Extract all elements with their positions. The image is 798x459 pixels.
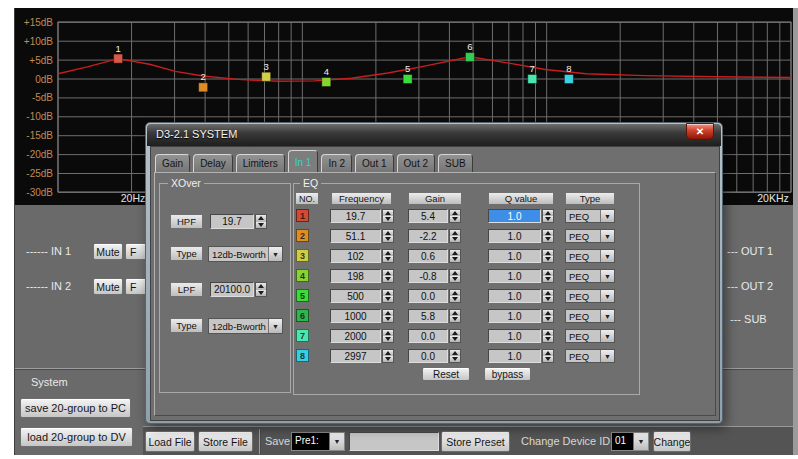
tab-out1[interactable]: Out 1 bbox=[355, 154, 393, 173]
eq-gain-field[interactable]: -0.8 bbox=[408, 269, 448, 283]
tab-sub[interactable]: SUB bbox=[438, 154, 473, 173]
eq-band-number-badge[interactable]: 1 bbox=[296, 209, 309, 222]
eq-gain-spinner[interactable] bbox=[449, 229, 461, 243]
spinner-down-icon[interactable] bbox=[450, 216, 460, 222]
eq-gain-spinner[interactable] bbox=[449, 329, 461, 343]
eq-gain-field[interactable]: 0.0 bbox=[408, 349, 448, 363]
preset-select[interactable]: Pre1: ▼ bbox=[291, 432, 345, 451]
spinner-down-icon[interactable] bbox=[450, 356, 460, 362]
eq-q-spinner[interactable] bbox=[542, 309, 554, 323]
eq-frequency-spinner[interactable] bbox=[382, 249, 394, 263]
eq-frequency-spinner[interactable] bbox=[382, 209, 394, 223]
eq-band-number-badge[interactable]: 6 bbox=[296, 309, 309, 322]
dropdown-arrow-icon[interactable]: ▼ bbox=[329, 433, 344, 450]
spinner-down-icon[interactable] bbox=[543, 216, 553, 222]
eq-q-field[interactable]: 1.0 bbox=[488, 249, 541, 263]
eq-type-dropdown[interactable]: PEQ▼ bbox=[565, 349, 615, 363]
spinner-down-icon[interactable] bbox=[450, 336, 460, 342]
eq-gain-field[interactable]: -2.2 bbox=[408, 229, 448, 243]
save-20-group-to-pc-button[interactable]: save 20-group to PC bbox=[20, 398, 131, 418]
eq-frequency-field[interactable]: 198 bbox=[330, 269, 381, 283]
preset-name-input[interactable] bbox=[349, 432, 439, 451]
spinner-down-icon[interactable] bbox=[383, 356, 393, 362]
eq-q-spinner[interactable] bbox=[542, 249, 554, 263]
dropdown-arrow-icon[interactable]: ▼ bbox=[600, 290, 614, 302]
tab-out2[interactable]: Out 2 bbox=[397, 154, 435, 173]
spinner-down-icon[interactable] bbox=[543, 296, 553, 302]
spinner-down-icon[interactable] bbox=[543, 256, 553, 262]
store-file-button[interactable]: Store File bbox=[198, 431, 253, 452]
eq-frequency-spinner[interactable] bbox=[382, 229, 394, 243]
spinner-down-icon[interactable] bbox=[450, 256, 460, 262]
eq-reset-button[interactable]: Reset bbox=[422, 367, 470, 381]
eq-band-marker-8[interactable] bbox=[564, 75, 573, 84]
dropdown-arrow-icon[interactable]: ▼ bbox=[600, 350, 614, 362]
eq-type-dropdown[interactable]: PEQ▼ bbox=[565, 249, 615, 263]
eq-q-spinner[interactable] bbox=[542, 269, 554, 283]
eq-q-field[interactable]: 1.0 bbox=[488, 209, 541, 223]
tab-delay[interactable]: Delay bbox=[193, 154, 233, 173]
eq-frequency-field[interactable]: 1000 bbox=[330, 309, 381, 323]
eq-type-dropdown[interactable]: PEQ▼ bbox=[565, 269, 615, 283]
eq-q-spinner[interactable] bbox=[542, 229, 554, 243]
eq-type-dropdown[interactable]: PEQ▼ bbox=[565, 309, 615, 323]
eq-band-marker-4[interactable] bbox=[322, 78, 331, 87]
eq-band-number-badge[interactable]: 3 bbox=[296, 249, 309, 262]
eq-frequency-spinner[interactable] bbox=[382, 269, 394, 283]
eq-band-marker-5[interactable] bbox=[403, 75, 412, 84]
eq-q-field[interactable]: 1.0 bbox=[488, 229, 541, 243]
eq-gain-spinner[interactable] bbox=[449, 349, 461, 363]
eq-q-field[interactable]: 1.0 bbox=[488, 309, 541, 323]
spinner-down-icon[interactable] bbox=[450, 236, 460, 242]
lpf-frequency-spinner[interactable] bbox=[255, 282, 267, 297]
eq-band-marker-7[interactable] bbox=[528, 75, 537, 84]
dropdown-arrow-icon[interactable]: ▼ bbox=[600, 250, 614, 262]
eq-band-marker-1[interactable] bbox=[114, 54, 123, 63]
spinner-down-icon[interactable] bbox=[450, 276, 460, 282]
eq-frequency-field[interactable]: 102 bbox=[330, 249, 381, 263]
load-file-button[interactable]: Load File bbox=[145, 431, 195, 452]
dropdown-arrow-icon[interactable]: ▼ bbox=[600, 310, 614, 322]
eq-q-spinner[interactable] bbox=[542, 349, 554, 363]
eq-type-dropdown[interactable]: PEQ▼ bbox=[565, 209, 615, 223]
eq-gain-field[interactable]: 5.8 bbox=[408, 309, 448, 323]
eq-gain-spinner[interactable] bbox=[449, 289, 461, 303]
dropdown-arrow-icon[interactable]: ▼ bbox=[268, 319, 282, 333]
eq-band-number-badge[interactable]: 5 bbox=[296, 289, 309, 302]
eq-q-field[interactable]: 1.0 bbox=[488, 349, 541, 363]
eq-gain-spinner[interactable] bbox=[449, 309, 461, 323]
eq-bypass-button[interactable]: bypass bbox=[484, 367, 531, 381]
eq-q-field[interactable]: 1.0 bbox=[488, 329, 541, 343]
spinner-down-icon[interactable] bbox=[543, 336, 553, 342]
eq-gain-spinner[interactable] bbox=[449, 249, 461, 263]
eq-band-number-badge[interactable]: 8 bbox=[296, 349, 309, 362]
spinner-down-icon[interactable] bbox=[450, 316, 460, 322]
spinner-down-icon[interactable] bbox=[383, 256, 393, 262]
tab-in2[interactable]: In 2 bbox=[321, 154, 352, 173]
tab-gain[interactable]: Gain bbox=[155, 154, 190, 173]
dialog-titlebar[interactable]: D3-2.1 SYSTEM bbox=[147, 124, 721, 146]
hpf-frequency-field[interactable]: 19.7 bbox=[210, 214, 254, 229]
eq-type-dropdown[interactable]: PEQ▼ bbox=[565, 329, 615, 343]
store-preset-button[interactable]: Store Preset bbox=[441, 431, 510, 452]
eq-q-spinner[interactable] bbox=[542, 329, 554, 343]
dropdown-arrow-icon[interactable]: ▼ bbox=[600, 230, 614, 242]
spinner-down-icon[interactable] bbox=[256, 222, 266, 229]
dropdown-arrow-icon[interactable]: ▼ bbox=[268, 247, 282, 261]
eq-type-dropdown[interactable]: PEQ▼ bbox=[565, 289, 615, 303]
eq-q-field[interactable]: 1.0 bbox=[488, 289, 541, 303]
eq-q-field[interactable]: 1.0 bbox=[488, 269, 541, 283]
eq-frequency-field[interactable]: 500 bbox=[330, 289, 381, 303]
spinner-down-icon[interactable] bbox=[450, 296, 460, 302]
eq-gain-field[interactable]: 0.0 bbox=[408, 289, 448, 303]
eq-gain-field[interactable]: 0.0 bbox=[408, 329, 448, 343]
close-button[interactable]: ✕ bbox=[686, 123, 714, 140]
tab-in1[interactable]: In 1 bbox=[288, 150, 319, 173]
spinner-down-icon[interactable] bbox=[543, 236, 553, 242]
eq-frequency-field[interactable]: 2997 bbox=[330, 349, 381, 363]
eq-band-number-badge[interactable]: 7 bbox=[296, 329, 309, 342]
lpf-type-dropdown[interactable]: 12db-Bworth ▼ bbox=[208, 318, 283, 334]
tab-limiters[interactable]: Limiters bbox=[236, 154, 285, 173]
spinner-down-icon[interactable] bbox=[383, 236, 393, 242]
eq-frequency-spinner[interactable] bbox=[382, 349, 394, 363]
